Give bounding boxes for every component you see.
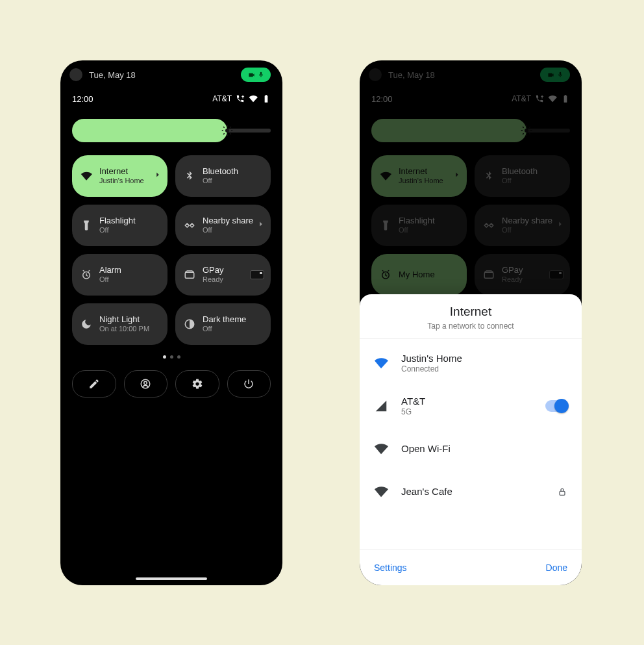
tile-internet[interactable]: InternetJustin's Home [371,155,467,197]
battery-icon [262,94,271,103]
wifi-calling-icon [236,94,245,103]
lock-icon [557,487,567,497]
tile-title: Bluetooth [502,167,538,177]
network-signal-icon [374,442,388,456]
tile-title: Internet [399,167,443,177]
gesture-bar[interactable] [136,577,207,580]
qs-tiles: InternetJustin's HomeBluetoothOffFlashli… [60,142,282,345]
tile-subtitle: Justin's Home [399,177,443,185]
network-name: Justin's Home [401,353,462,364]
gpay-icon [482,268,495,281]
network-name: Jean's Cafe [401,486,452,498]
edit-button[interactable] [72,370,116,398]
internet-sheet: Internet Tap a network to connect Justin… [360,294,582,585]
tile-gpay[interactable]: GPayReady [475,254,570,296]
tile-flashlight[interactable]: FlashlightOff [371,205,467,246]
network-status: Connected [401,364,462,373]
svg-point-13 [144,381,147,385]
svg-rect-10 [185,272,194,278]
network-signal-icon [374,399,388,413]
tile-title: GPay [203,266,224,275]
network-status: 5G [401,407,425,416]
network-row[interactable]: AT&T5G [360,385,582,427]
network-signal-icon [374,356,388,370]
user-button[interactable] [124,370,168,398]
tile-gpay[interactable]: GPayReady [175,254,271,296]
tile-bluetooth[interactable]: BluetoothOff [475,155,570,197]
tile-title: Bluetooth [203,167,238,177]
dark-icon [183,318,196,331]
tile-night[interactable]: Night LightOn at 10:00 PM [72,303,167,345]
tile-title: Internet [99,167,144,177]
tile-title: Flashlight [99,216,136,226]
svg-point-15 [525,129,528,133]
tile-title: Alarm [99,266,121,275]
card-chip-icon [250,270,264,279]
tile-subtitle: Ready [502,275,523,284]
chevron-right-icon [452,170,462,182]
svg-line-18 [523,127,524,128]
status-bar-row1: Tue, May 18 [60,60,282,89]
status-bar-row2: 12:00 AT&T [360,89,582,108]
brightness-icon [519,123,534,138]
tile-subtitle: On at 10:00 PM [99,325,149,333]
tile-internet[interactable]: InternetJustin's Home [72,155,167,197]
settings-button[interactable] [175,370,219,398]
tile-alarm[interactable]: AlarmOff [72,254,167,296]
tile-title: GPay [502,266,523,275]
status-date: Tue, May 18 [388,70,435,80]
svg-line-23 [529,127,530,128]
brightness-slider[interactable] [371,119,570,142]
bluetooth-icon [183,170,196,183]
tile-title: Dark theme [203,315,246,325]
tile-subtitle: Off [502,177,538,185]
tile-dark[interactable]: Dark themeOff [175,303,271,345]
network-row[interactable]: Jean's Cafe [360,470,582,513]
mobile-data-toggle[interactable] [545,400,567,412]
sheet-done-button[interactable]: Done [546,563,567,573]
tile-subtitle: Off [502,226,552,234]
tile-title: Flashlight [399,216,435,226]
chevron-right-icon [153,170,162,182]
phone-quick-settings: Tue, May 18 12:00 AT&T In [60,60,282,585]
wifi-calling-icon [535,94,544,103]
network-signal-icon [374,485,388,499]
tile-flashlight[interactable]: FlashlightOff [72,205,167,246]
sheet-subtitle: Tap a network to connect [360,322,582,331]
status-carrier: AT&T [512,94,531,103]
wifi-icon [249,94,258,103]
card-chip-icon [549,270,564,279]
tile-subtitle: Off [203,226,253,234]
nearby-icon [183,219,196,232]
tile-bluetooth[interactable]: BluetoothOff [175,155,271,197]
screen-record-indicator[interactable] [241,68,271,82]
status-time: 12:00 [72,94,93,104]
tile-title: My Home [399,270,435,280]
svg-line-22 [523,133,524,134]
sheet-settings-button[interactable]: Settings [374,563,407,573]
alarm-icon [80,268,93,281]
internet-icon [379,170,392,183]
tile-title: Night Light [99,315,149,325]
avatar-icon[interactable] [369,68,382,81]
svg-line-8 [230,127,231,128]
tile-nearby[interactable]: Nearby shareOff [175,205,271,246]
network-row[interactable]: Open Wi-Fi [360,427,582,470]
avatar-icon[interactable] [69,68,82,81]
wifi-icon [548,94,557,103]
alarm-icon [379,268,392,281]
tile-alarm[interactable]: My Home [371,254,467,296]
bluetooth-icon [482,170,495,183]
network-row[interactable]: Justin's HomeConnected [360,342,582,385]
tile-subtitle: Off [203,177,238,185]
tile-nearby[interactable]: Nearby shareOff [475,205,570,246]
flashlight-icon [379,219,392,232]
svg-rect-25 [484,272,493,278]
svg-line-3 [223,127,225,128]
tile-subtitle: Off [99,275,121,284]
tile-subtitle: Off [399,226,435,234]
brightness-slider[interactable] [72,119,271,142]
network-list: Justin's HomeConnectedAT&T5GOpen Wi-FiJe… [360,339,582,550]
screen-record-indicator[interactable] [540,68,570,82]
power-button[interactable] [227,370,271,398]
